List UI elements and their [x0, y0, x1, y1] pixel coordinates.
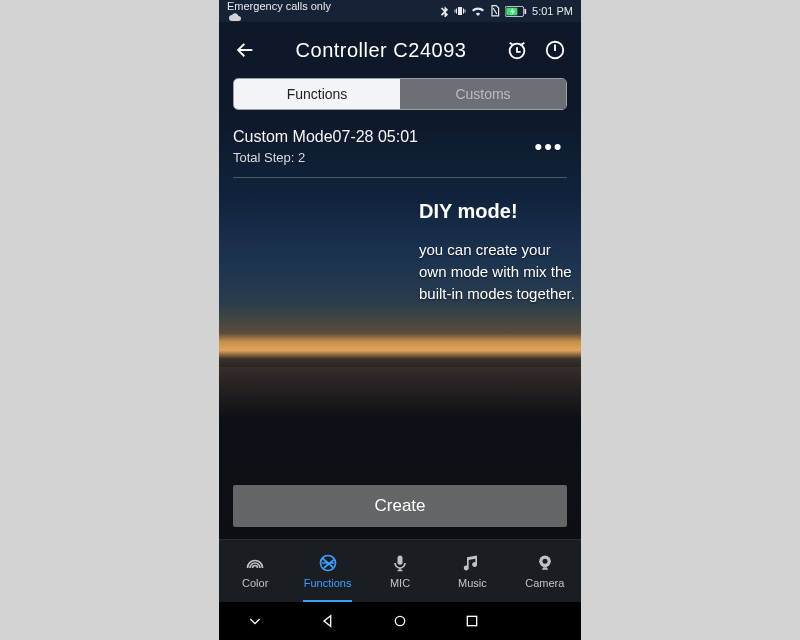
nav-color[interactable]: Color [219, 540, 291, 602]
tab-functions[interactable]: Functions [234, 79, 400, 109]
triangle-back-icon [320, 613, 336, 629]
bottom-nav: Color Functions MIC Music Camera [219, 539, 581, 602]
sim-icon [490, 5, 500, 17]
square-recent-icon [464, 613, 480, 629]
webcam-icon [535, 553, 555, 573]
timer-button[interactable] [505, 38, 529, 62]
nav-label: Functions [304, 577, 352, 589]
content-area: Custom Mode07-28 05:01 Total Step: 2 •••… [219, 110, 581, 539]
create-button[interactable]: Create [233, 485, 567, 527]
bluetooth-icon [440, 5, 449, 17]
nav-mic[interactable]: MIC [364, 540, 436, 602]
rainbow-icon [245, 553, 265, 573]
mode-subtitle: Total Step: 2 [233, 150, 521, 165]
nav-label: Camera [525, 577, 564, 589]
status-left: Emergency calls only [227, 0, 331, 22]
tab-customs[interactable]: Customs [400, 79, 566, 109]
svg-point-8 [542, 559, 547, 564]
nav-camera[interactable]: Camera [509, 540, 581, 602]
circle-home-icon [392, 613, 408, 629]
microphone-icon [390, 553, 410, 573]
android-nav-bar [219, 602, 581, 640]
wifi-icon [471, 6, 485, 16]
nav-label: Color [242, 577, 268, 589]
more-button[interactable]: ••• [531, 134, 567, 160]
battery-icon [505, 6, 527, 17]
nav-label: Music [458, 577, 487, 589]
hint-overlay: DIY mode! you can create your own mode w… [219, 178, 581, 304]
hint-body: you can create your own mode with mix th… [419, 239, 581, 304]
android-home[interactable] [380, 610, 420, 632]
status-time: 5:01 PM [532, 5, 573, 17]
cloud-icon [229, 12, 241, 22]
list-item[interactable]: Custom Mode07-28 05:01 Total Step: 2 ••• [233, 128, 567, 165]
chevron-down-icon [247, 613, 263, 629]
svg-rect-10 [468, 616, 477, 625]
music-note-icon [462, 553, 482, 573]
hint-title: DIY mode! [419, 200, 581, 223]
svg-rect-2 [524, 8, 526, 13]
status-network-text: Emergency calls only [227, 0, 331, 12]
alarm-clock-icon [506, 39, 528, 61]
vibrate-icon [454, 5, 466, 17]
app-bar: Controller C24093 [219, 22, 581, 78]
tab-bar: Functions Customs [219, 78, 581, 110]
power-button[interactable] [543, 38, 567, 62]
android-back[interactable] [308, 610, 348, 632]
nav-music[interactable]: Music [436, 540, 508, 602]
page-title: Controller C24093 [271, 39, 491, 62]
mode-list: Custom Mode07-28 05:01 Total Step: 2 ••• [219, 110, 581, 178]
svg-rect-6 [398, 556, 403, 565]
status-bar: Emergency calls only 5:01 PM [219, 0, 581, 22]
power-icon [544, 39, 566, 61]
nav-caret[interactable] [235, 610, 275, 632]
nav-functions[interactable]: Functions [291, 540, 363, 602]
phone-frame: Emergency calls only 5:01 PM Controller … [219, 0, 581, 640]
back-button[interactable] [233, 38, 257, 62]
arrow-left-icon [234, 39, 256, 61]
sphere-icon [318, 553, 338, 573]
nav-label: MIC [390, 577, 410, 589]
svg-point-9 [395, 616, 404, 625]
android-recent[interactable] [452, 610, 492, 632]
mode-name: Custom Mode07-28 05:01 [233, 128, 521, 146]
